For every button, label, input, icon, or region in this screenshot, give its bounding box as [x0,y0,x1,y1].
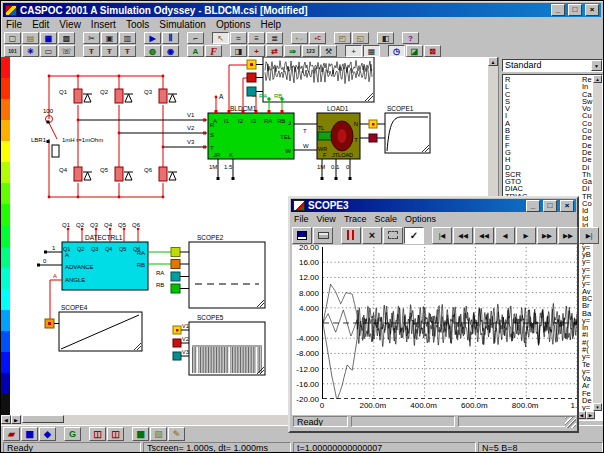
scope3-window[interactable]: SCOPE3 _ □ × File View Trace Scale Optio… [288,196,579,433]
component-list-item[interactable]: CCa [503,91,593,98]
menu-options[interactable]: Options [213,19,257,30]
palette-color[interactable] [1,352,10,373]
detail-view-button[interactable]: ≣ [266,32,283,44]
add-constant-button[interactable]: +C [309,32,326,44]
new-file-button[interactable]: ▢ [4,32,21,44]
phone-button[interactable]: ☏ [58,45,75,57]
scope3-plot-box[interactable] [322,247,576,399]
scope2-block[interactable] [189,242,265,308]
delete-grid-button[interactable]: ⊠ [424,45,441,57]
menu-edit[interactable]: Edit [29,19,56,30]
cut-button[interactable]: ✂ [83,32,100,44]
scope3-clear-button[interactable]: × [362,227,382,244]
scope3-trace-settings-button[interactable] [341,227,361,244]
export-button[interactable]: ◨ [230,45,247,57]
palette-color[interactable] [1,183,10,204]
globe-button-1[interactable]: ◍ [144,45,161,57]
scope3-forward-button[interactable]: ▶▶ [537,227,557,244]
library-save-button[interactable]: ◱ [352,32,369,44]
list-view-button[interactable]: ≡ [248,32,265,44]
scope3-zoom-select-button[interactable] [383,227,403,244]
scope3-close-icon[interactable]: × [560,200,574,212]
scope3-step-forward-button[interactable]: ▶ [516,227,536,244]
scope3-skip-start-button[interactable]: |◀ [432,227,452,244]
paste-button[interactable]: ▥ [119,32,136,44]
menu-help[interactable]: Help [257,19,288,30]
numeric-button[interactable]: 123 [302,45,319,57]
scope3-print-button[interactable] [313,227,333,244]
palette-color[interactable] [1,310,10,331]
analog-probe-button[interactable]: A [187,45,204,57]
transistor-button-2[interactable]: Ŧ [101,45,118,57]
component-list-item[interactable]: HDe [503,156,593,163]
palette-color[interactable] [1,331,10,352]
component-list-item[interactable]: ACo [503,120,593,127]
component-list-item[interactable]: LIn [503,83,593,90]
palette-color[interactable] [1,226,10,247]
scope3-menu-options[interactable]: Options [403,214,442,224]
scope1-probes[interactable] [360,120,385,142]
breaker-lbr1[interactable] [46,116,60,158]
palette-color[interactable] [1,141,10,162]
scope3-fast-forward-button[interactable]: ▶▶ [558,227,578,244]
scope3-minimize-icon[interactable]: _ [526,200,540,212]
step-button[interactable]: ⇒ [284,45,301,57]
maximize-icon[interactable]: □ [568,4,582,16]
scroll-right-icon[interactable]: ▶ [11,415,21,424]
window-view-button-1[interactable]: ◫ [89,427,106,441]
menu-file[interactable]: File [3,19,29,30]
grid-dots-button[interactable]: ▦ [21,427,38,441]
transistor-symbols[interactable] [74,89,177,181]
component-list-item[interactable]: FDe [503,142,593,149]
list-scroll-right-icon[interactable]: ▶ [586,411,595,419]
pan-hand-button[interactable]: ↖ [212,32,229,44]
swap-button[interactable]: ⇄ [266,45,283,57]
palette-color[interactable] [1,99,10,120]
scope3-menu-view[interactable]: View [315,214,342,224]
palette-color[interactable] [1,247,10,268]
palette-color[interactable] [1,289,10,310]
copy-button[interactable]: ▣ [101,32,118,44]
palette-color[interactable] [1,204,10,225]
image-view-button-1[interactable]: ▩ [132,427,149,441]
palette-color[interactable] [1,162,10,183]
scroll-up-icon[interactable]: ▲ [488,57,498,66]
scope3-skip-end-button[interactable]: ▶| [579,227,599,244]
save-button[interactable]: ▦ [40,32,57,44]
crosshair-button[interactable]: + [345,45,362,57]
schematic-view-button[interactable]: ▰ [3,427,20,441]
transistor-button-1[interactable]: Ŧ [83,45,100,57]
draw-button[interactable]: ✎ [168,427,185,441]
scope3-plot-area[interactable]: 20.0016.0012.008.0004.000-4.000-8.000-12… [292,245,577,419]
scaling-button[interactable]: 101 [4,45,21,57]
image-view-button-2[interactable]: ▨ [150,427,167,441]
menu-tools[interactable]: Tools [123,19,156,30]
menu-view[interactable]: View [56,19,88,30]
palette-color[interactable] [1,268,10,289]
palette-color[interactable] [1,57,10,78]
scope3-menu-trace[interactable]: Trace [342,214,373,224]
grid-button[interactable]: ▦ [363,45,380,57]
add-wire-button[interactable]: +→ [291,32,308,44]
library-dropdown[interactable]: Standard ▼ [502,59,603,72]
palette-color[interactable] [1,373,10,394]
component-list-item[interactable]: ICu [503,112,593,119]
tools-button[interactable]: ⚒ [320,45,337,57]
scope4-block[interactable] [45,312,142,351]
close-icon[interactable]: × [585,4,599,16]
probe-squares[interactable] [247,60,263,96]
palette-color[interactable] [1,120,10,141]
menu-simulation[interactable]: Simulation [156,19,213,30]
scope3-autoscale-button[interactable]: ✓ [404,227,424,244]
print-button[interactable]: ▩ [58,32,75,44]
menu-insert[interactable]: Insert [88,19,123,30]
scroll-left-icon[interactable]: ◀ [1,415,11,424]
freeze-button[interactable]: ✳ [22,45,39,57]
netlist-button[interactable]: ◧ [377,32,394,44]
open-file-button[interactable]: ▤ [22,32,39,44]
component-list-item[interactable]: GDe [503,149,593,156]
keypad-button[interactable]: ▭ [40,45,57,57]
run-folder-button[interactable]: ◪ [406,45,423,57]
clock-button[interactable]: ◷ [388,45,405,57]
library-open-button[interactable]: ◰ [334,32,351,44]
